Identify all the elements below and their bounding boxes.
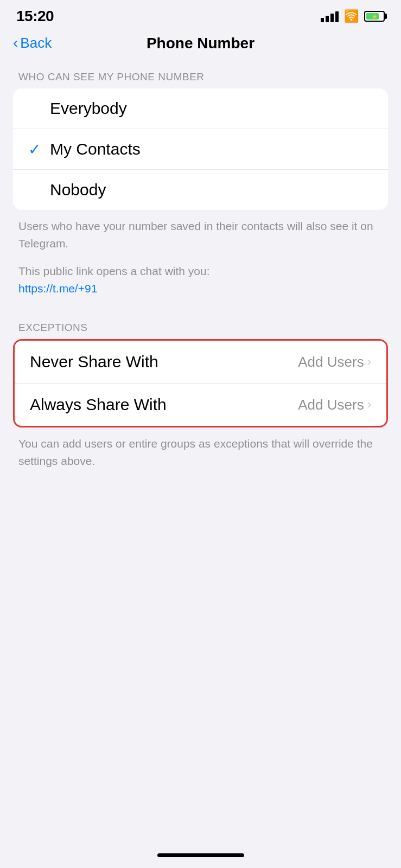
page-title: Phone Number	[147, 35, 254, 52]
my-contacts-checkmark: ✓	[28, 141, 50, 158]
home-indicator	[157, 853, 244, 857]
never-share-action[interactable]: Add Users ›	[298, 354, 371, 371]
exceptions-card: Never Share With Add Users › Always Shar…	[13, 339, 388, 427]
exceptions-footer: You can add users or entire groups as ex…	[0, 427, 401, 473]
content: WHO CAN SEE MY PHONE NUMBER ✓ Everybody …	[0, 60, 401, 478]
nav-bar: ‹ Back Phone Number	[0, 30, 401, 60]
always-share-label: Always Share With	[30, 395, 167, 414]
never-share-row[interactable]: Never Share With Add Users ›	[15, 341, 386, 383]
status-time: 15:20	[16, 8, 54, 25]
public-link[interactable]: https://t.me/+91	[18, 282, 97, 295]
back-chevron-icon: ‹	[13, 35, 18, 50]
exceptions-section-label: EXCEPTIONS	[0, 316, 401, 339]
who-can-see-section-label: WHO CAN SEE MY PHONE NUMBER	[0, 66, 401, 88]
description-link-intro: This public link opens a chat with you: …	[0, 255, 401, 300]
always-share-action-label: Add Users	[298, 397, 364, 413]
option-my-contacts[interactable]: ✓ My Contacts	[13, 129, 388, 169]
wifi-icon: 🛜	[344, 9, 359, 23]
option-nobody-label: Nobody	[50, 181, 106, 199]
always-share-row[interactable]: Always Share With Add Users ›	[15, 383, 386, 426]
visibility-options-card: ✓ Everybody ✓ My Contacts ✓ Nobody	[13, 88, 388, 210]
never-share-action-label: Add Users	[298, 354, 364, 371]
option-everybody[interactable]: ✓ Everybody	[13, 88, 388, 129]
battery-icon: ⚡	[364, 11, 385, 22]
back-button[interactable]: ‹ Back	[13, 35, 52, 52]
back-label: Back	[20, 35, 52, 52]
signal-icon	[321, 10, 339, 22]
always-share-action[interactable]: Add Users ›	[298, 397, 371, 413]
never-share-chevron-icon: ›	[367, 355, 371, 369]
status-icons: 🛜 ⚡	[321, 9, 385, 23]
exceptions-section: EXCEPTIONS Never Share With Add Users › …	[0, 316, 401, 473]
always-share-chevron-icon: ›	[367, 398, 371, 412]
description-contacts: Users who have your number saved in thei…	[0, 210, 401, 255]
status-bar: 15:20 🛜 ⚡	[0, 0, 401, 30]
option-everybody-label: Everybody	[50, 99, 127, 118]
never-share-label: Never Share With	[30, 353, 158, 371]
option-my-contacts-label: My Contacts	[50, 140, 141, 158]
option-nobody[interactable]: ✓ Nobody	[13, 169, 388, 210]
